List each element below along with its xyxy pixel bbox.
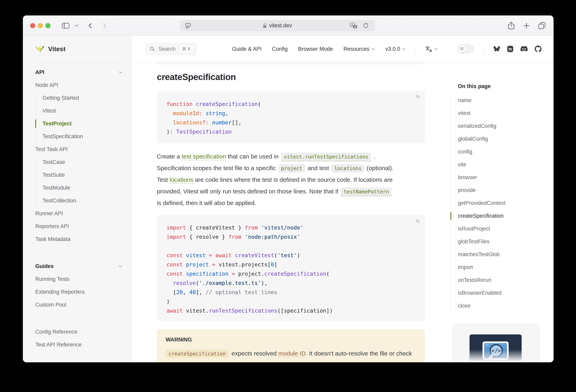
code-line: const project = vitest.projects[0] bbox=[167, 260, 415, 269]
discord-icon[interactable] bbox=[520, 46, 528, 52]
sidebar-item-reporters-api[interactable]: Reporters API bbox=[35, 220, 122, 233]
outline-item-vite[interactable]: vite bbox=[451, 158, 553, 171]
sidebar-item-testcollection[interactable]: TestCollection bbox=[43, 194, 122, 207]
back-button[interactable] bbox=[88, 15, 93, 36]
sidebar-item-testproject[interactable]: TestProject bbox=[43, 117, 122, 130]
url-text: vitest.dev bbox=[269, 23, 292, 29]
reload-icon[interactable] bbox=[363, 20, 369, 31]
outline-item-close[interactable]: close bbox=[451, 299, 553, 312]
code-line: locations?: number[], bbox=[167, 118, 415, 127]
text-link[interactable]: test specification bbox=[181, 153, 226, 160]
nav-link-label: Guide & API bbox=[232, 46, 261, 52]
outline-item-isrootproject[interactable]: isRootProject bbox=[451, 222, 553, 235]
window-zoom-button[interactable] bbox=[45, 23, 51, 28]
sidebar-section-api[interactable]: API bbox=[35, 66, 122, 79]
browser-window: vitest.dev A bbox=[23, 15, 553, 362]
header-divider bbox=[484, 45, 484, 53]
nav-link-config[interactable]: Config bbox=[272, 46, 288, 52]
outline-item-config[interactable]: config bbox=[451, 145, 553, 158]
header-nav: Guide & APIConfigBrowser ModeResourcesv3… bbox=[232, 45, 542, 53]
forward-button[interactable] bbox=[102, 15, 107, 36]
text-run: Test bbox=[157, 176, 170, 183]
window-minimize-button[interactable] bbox=[38, 23, 43, 28]
tab-overview-icon[interactable] bbox=[538, 15, 546, 36]
sidebar-item-task-metadata[interactable]: Task Metadata bbox=[35, 233, 122, 245]
sidebar-item-config-reference[interactable]: Config Reference bbox=[35, 325, 122, 338]
site-title: Vitest bbox=[48, 45, 66, 53]
sidebar-section-guides[interactable]: Guides bbox=[35, 260, 122, 273]
outline-item-name[interactable]: name bbox=[451, 94, 553, 107]
sidebar-item-node-api[interactable]: Node API bbox=[35, 79, 122, 91]
outline-item-isbrowserenabled[interactable]: isBrowserEnabled bbox=[451, 286, 553, 299]
outline-item-globtestfiles[interactable]: globTestFiles bbox=[451, 235, 553, 248]
sidebar-menu-chevron-icon[interactable] bbox=[75, 15, 79, 36]
outline-item-browser[interactable]: browser bbox=[451, 171, 553, 184]
text-run: is defined, then it will also be applied… bbox=[157, 200, 256, 206]
svg-text:A: A bbox=[351, 23, 353, 27]
search-button[interactable]: Search ⌘ K bbox=[145, 43, 197, 55]
code-line: ) bbox=[167, 297, 415, 306]
sidebar-subgroup: Getting StartedVitestTestProjectTestSpec… bbox=[35, 91, 122, 143]
text-line: createSpecification expects resolved mod… bbox=[166, 348, 416, 359]
new-tab-icon[interactable] bbox=[523, 15, 530, 36]
sidebar-item-test-api-reference[interactable]: Test API Reference bbox=[35, 338, 122, 351]
language-menu[interactable]: A bbox=[425, 45, 438, 53]
outline-item-vitest[interactable]: vitest bbox=[451, 107, 553, 120]
inline-code: locations bbox=[332, 164, 364, 173]
code-line: resolve('./example.test.ts'), bbox=[167, 278, 415, 288]
sidebar-toggle-icon[interactable] bbox=[62, 15, 69, 36]
text-link[interactable]: module ID bbox=[278, 350, 306, 357]
translate-icon[interactable]: A bbox=[350, 20, 357, 31]
sidebar-item-testsuite[interactable]: TestSuite bbox=[43, 169, 122, 181]
code-block-example[interactable]: ts import { createVitest } from 'vitest/… bbox=[157, 215, 425, 321]
code-block-signature[interactable]: ts function createSpecification( moduleI… bbox=[157, 91, 425, 143]
outline-item-ontestsrerun[interactable]: onTestsRerun bbox=[451, 274, 553, 286]
outline-item-serializedconfig[interactable]: serializedConfig bbox=[451, 120, 553, 132]
sidebar-item-testcase[interactable]: TestCase bbox=[43, 156, 122, 169]
window-close-button[interactable] bbox=[30, 23, 35, 28]
webpage: Vitest APINode APIGetting StartedVitestT… bbox=[23, 36, 553, 362]
outline-item-globalconfig[interactable]: globalConfig bbox=[451, 132, 553, 145]
sidebar-item-extending-reporters[interactable]: Extending Reporters bbox=[35, 285, 122, 298]
header-divider bbox=[448, 45, 448, 53]
inline-code-link[interactable]: vitest.runTestSpecifications bbox=[281, 153, 371, 161]
nav-link-guide-api[interactable]: Guide & API bbox=[232, 46, 261, 52]
text-link[interactable]: locations bbox=[170, 176, 193, 183]
sidebar-item-custom-pool[interactable]: Custom Pool bbox=[35, 298, 122, 311]
site-logo[interactable]: Vitest bbox=[35, 36, 122, 62]
outline-item-matchestestglob[interactable]: matchesTestGlob bbox=[451, 248, 553, 261]
nav-link-browser-mode[interactable]: Browser Mode bbox=[298, 46, 333, 52]
sidebar-item-running-tests[interactable]: Running Tests bbox=[35, 273, 122, 285]
chevron-down-icon bbox=[119, 265, 122, 268]
outline-item-provide[interactable]: provide bbox=[451, 184, 553, 197]
section-title: API bbox=[35, 69, 44, 75]
github-icon[interactable] bbox=[535, 46, 542, 52]
sidebar-item-getting-started[interactable]: Getting Started bbox=[43, 91, 122, 104]
address-bar[interactable]: vitest.dev A bbox=[180, 20, 375, 31]
bluesky-icon[interactable] bbox=[493, 46, 500, 52]
text-line: Create a test specification that can be … bbox=[157, 151, 394, 162]
text-run: (optional). bbox=[365, 165, 394, 171]
outline-item-getprovidedcontext[interactable]: getProvidedContext bbox=[451, 197, 553, 210]
sponsor-card[interactable]: </> bbox=[452, 323, 540, 362]
sidebar-item-testmodule[interactable]: TestModule bbox=[43, 181, 122, 194]
chevron-down-icon bbox=[119, 71, 122, 73]
sidebar-item-test-task-api[interactable]: Test Task API bbox=[35, 143, 122, 156]
search-label: Search bbox=[158, 46, 176, 52]
text-run: that can be used in bbox=[226, 153, 280, 160]
nav-link-resources[interactable]: Resources bbox=[343, 46, 375, 52]
nav-link-v3-0-0[interactable]: v3.0.0 bbox=[385, 46, 406, 52]
browser-toolbar: vitest.dev A bbox=[23, 15, 553, 36]
inline-code-link[interactable]: testNamePattern bbox=[341, 188, 392, 196]
outline-item-createspecification[interactable]: createSpecification bbox=[451, 210, 553, 222]
share-icon[interactable] bbox=[508, 15, 515, 36]
mastodon-icon[interactable]: m bbox=[507, 46, 514, 52]
sidebar-item-vitest[interactable]: Vitest bbox=[43, 104, 122, 117]
sidebar-item-testspecification[interactable]: TestSpecification bbox=[43, 130, 122, 143]
sidebar-nav: APINode APIGetting StartedVitestTestProj… bbox=[35, 62, 122, 351]
outline-item-import[interactable]: import bbox=[451, 261, 553, 274]
sidebar-item-runner-api[interactable]: Runner API bbox=[35, 207, 122, 220]
doc-content: createSpecification ts function createSp… bbox=[157, 62, 425, 362]
theme-toggle[interactable] bbox=[458, 45, 474, 53]
sidebar-divider bbox=[35, 252, 122, 253]
